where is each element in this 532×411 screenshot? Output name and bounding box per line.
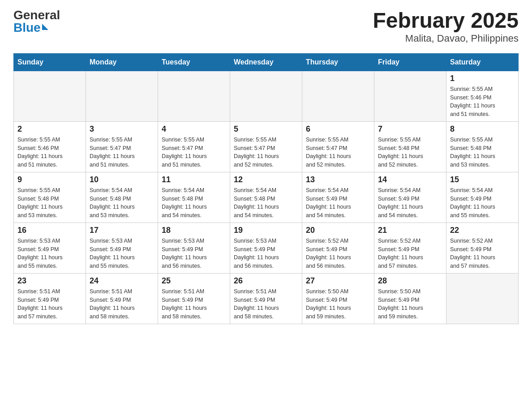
calendar-header-row: SundayMondayTuesdayWednesdayThursdayFrid… [14,53,519,71]
day-number: 15 [450,175,515,184]
calendar-cell: 23Sunrise: 5:51 AMSunset: 5:49 PMDayligh… [14,273,86,324]
day-info: Sunrise: 5:55 AMSunset: 5:46 PMDaylight:… [17,136,82,169]
calendar-cell: 17Sunrise: 5:53 AMSunset: 5:49 PMDayligh… [86,223,158,273]
day-number: 25 [162,276,226,286]
day-info: Sunrise: 5:55 AMSunset: 5:47 PMDaylight:… [90,136,154,169]
title-block: February 2025 Malita, Davao, Philippines [373,9,519,44]
calendar-cell: 20Sunrise: 5:52 AMSunset: 5:49 PMDayligh… [302,223,374,273]
calendar-cell [14,71,86,121]
page-title: February 2025 [373,9,519,33]
calendar-cell: 7Sunrise: 5:55 AMSunset: 5:48 PMDaylight… [374,121,446,172]
day-info: Sunrise: 5:54 AMSunset: 5:49 PMDaylight:… [450,186,515,220]
day-info: Sunrise: 5:52 AMSunset: 5:49 PMDaylight:… [378,237,442,270]
day-info: Sunrise: 5:55 AMSunset: 5:46 PMDaylight:… [450,85,515,119]
calendar-cell: 12Sunrise: 5:54 AMSunset: 5:48 PMDayligh… [230,172,302,223]
day-number: 21 [378,226,442,235]
calendar-week-row: 16Sunrise: 5:53 AMSunset: 5:49 PMDayligh… [14,223,519,273]
header-sunday: Sunday [14,53,86,71]
day-info: Sunrise: 5:55 AMSunset: 5:47 PMDaylight:… [234,136,298,169]
day-number: 5 [234,124,298,134]
calendar-cell: 19Sunrise: 5:53 AMSunset: 5:49 PMDayligh… [230,223,302,273]
header-thursday: Thursday [302,53,374,71]
day-number: 27 [306,276,370,286]
day-info: Sunrise: 5:54 AMSunset: 5:48 PMDaylight:… [162,186,226,220]
logo-general-text: General [13,9,60,21]
day-info: Sunrise: 5:51 AMSunset: 5:49 PMDaylight:… [17,287,82,321]
logo-blue-text: Blue [13,21,48,34]
day-number: 26 [234,276,298,286]
day-info: Sunrise: 5:55 AMSunset: 5:47 PMDaylight:… [306,136,370,169]
day-number: 11 [162,175,226,184]
day-number: 20 [306,226,370,235]
calendar-cell [446,273,519,324]
header-saturday: Saturday [446,53,519,71]
calendar-cell: 3Sunrise: 5:55 AMSunset: 5:47 PMDaylight… [86,121,158,172]
day-info: Sunrise: 5:55 AMSunset: 5:48 PMDaylight:… [17,186,82,220]
calendar-cell [302,71,374,121]
day-number: 10 [90,175,154,184]
day-number: 9 [17,175,82,184]
day-info: Sunrise: 5:52 AMSunset: 5:49 PMDaylight:… [306,237,370,270]
day-number: 8 [450,124,515,134]
day-number: 22 [450,226,515,235]
calendar-cell: 11Sunrise: 5:54 AMSunset: 5:48 PMDayligh… [158,172,230,223]
calendar-cell: 10Sunrise: 5:54 AMSunset: 5:48 PMDayligh… [86,172,158,223]
header-tuesday: Tuesday [158,53,230,71]
day-number: 6 [306,124,370,134]
calendar-cell: 2Sunrise: 5:55 AMSunset: 5:46 PMDaylight… [14,121,86,172]
logo: General Blue [13,9,60,34]
day-number: 23 [17,276,82,286]
calendar-cell: 8Sunrise: 5:55 AMSunset: 5:48 PMDaylight… [446,121,519,172]
day-info: Sunrise: 5:55 AMSunset: 5:47 PMDaylight:… [162,136,226,169]
calendar-cell [158,71,230,121]
calendar-cell: 16Sunrise: 5:53 AMSunset: 5:49 PMDayligh… [14,223,86,273]
calendar-cell [230,71,302,121]
day-info: Sunrise: 5:51 AMSunset: 5:49 PMDaylight:… [162,287,226,321]
day-info: Sunrise: 5:52 AMSunset: 5:49 PMDaylight:… [450,237,515,270]
page-subtitle: Malita, Davao, Philippines [373,33,519,44]
day-info: Sunrise: 5:54 AMSunset: 5:48 PMDaylight:… [234,186,298,220]
calendar-cell: 13Sunrise: 5:54 AMSunset: 5:49 PMDayligh… [302,172,374,223]
calendar-cell: 26Sunrise: 5:51 AMSunset: 5:49 PMDayligh… [230,273,302,324]
calendar-cell: 4Sunrise: 5:55 AMSunset: 5:47 PMDaylight… [158,121,230,172]
header-friday: Friday [374,53,446,71]
day-info: Sunrise: 5:51 AMSunset: 5:49 PMDaylight:… [90,287,154,321]
header-monday: Monday [86,53,158,71]
page-header: General Blue February 2025 Malita, Davao… [13,9,519,44]
calendar-cell: 18Sunrise: 5:53 AMSunset: 5:49 PMDayligh… [158,223,230,273]
calendar-week-row: 23Sunrise: 5:51 AMSunset: 5:49 PMDayligh… [14,273,519,324]
calendar-week-row: 2Sunrise: 5:55 AMSunset: 5:46 PMDaylight… [14,121,519,172]
day-info: Sunrise: 5:53 AMSunset: 5:49 PMDaylight:… [234,237,298,270]
day-info: Sunrise: 5:54 AMSunset: 5:49 PMDaylight:… [306,186,370,220]
calendar-cell: 5Sunrise: 5:55 AMSunset: 5:47 PMDaylight… [230,121,302,172]
day-info: Sunrise: 5:53 AMSunset: 5:49 PMDaylight:… [17,237,82,270]
day-number: 28 [378,276,442,286]
day-info: Sunrise: 5:53 AMSunset: 5:49 PMDaylight:… [162,237,226,270]
calendar-cell: 21Sunrise: 5:52 AMSunset: 5:49 PMDayligh… [374,223,446,273]
calendar-cell [86,71,158,121]
day-info: Sunrise: 5:54 AMSunset: 5:49 PMDaylight:… [378,186,442,220]
calendar-week-row: 9Sunrise: 5:55 AMSunset: 5:48 PMDaylight… [14,172,519,223]
day-number: 13 [306,175,370,184]
day-number: 2 [17,124,82,134]
day-info: Sunrise: 5:51 AMSunset: 5:49 PMDaylight:… [234,287,298,321]
calendar-table: SundayMondayTuesdayWednesdayThursdayFrid… [13,53,519,324]
calendar-cell: 22Sunrise: 5:52 AMSunset: 5:49 PMDayligh… [446,223,519,273]
day-info: Sunrise: 5:55 AMSunset: 5:48 PMDaylight:… [450,136,515,169]
day-info: Sunrise: 5:54 AMSunset: 5:48 PMDaylight:… [90,186,154,220]
day-number: 7 [378,124,442,134]
day-number: 3 [90,124,154,134]
day-info: Sunrise: 5:53 AMSunset: 5:49 PMDaylight:… [90,237,154,270]
day-number: 18 [162,226,226,235]
day-number: 14 [378,175,442,184]
day-info: Sunrise: 5:50 AMSunset: 5:49 PMDaylight:… [306,287,370,321]
calendar-week-row: 1Sunrise: 5:55 AMSunset: 5:46 PMDaylight… [14,71,519,121]
calendar-cell: 1Sunrise: 5:55 AMSunset: 5:46 PMDaylight… [446,71,519,121]
day-number: 19 [234,226,298,235]
day-number: 16 [17,226,82,235]
calendar-cell: 24Sunrise: 5:51 AMSunset: 5:49 PMDayligh… [86,273,158,324]
day-number: 1 [450,74,515,83]
calendar-cell: 28Sunrise: 5:50 AMSunset: 5:49 PMDayligh… [374,273,446,324]
calendar-cell [374,71,446,121]
calendar-cell: 14Sunrise: 5:54 AMSunset: 5:49 PMDayligh… [374,172,446,223]
